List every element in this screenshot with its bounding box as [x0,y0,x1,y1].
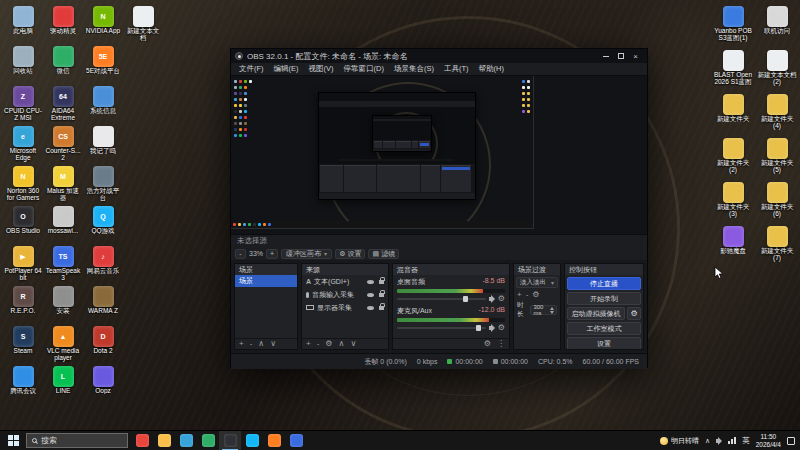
source-settings-button[interactable]: ⚙ 设置 [335,249,365,259]
duration-spinner[interactable]: 300 ms [530,305,557,315]
desktop-icon[interactable]: 新建文本文档 (2) [756,48,798,92]
desktop-icon[interactable]: 新建文件夹 (2) [712,136,754,180]
desktop-icon[interactable]: ▶PotPlayer 64 bit [4,244,42,284]
desktop-icon[interactable]: NNVIDIA App [84,4,122,44]
taskbar-search[interactable]: 搜索 [26,433,128,448]
remove-icon[interactable]: - [250,340,253,348]
virtual-cam-settings-button[interactable]: ⚙ [627,307,641,320]
menu-item[interactable]: 场景集合(S) [389,64,439,74]
canvas-select[interactable]: 缓冲区画布 ▾ [281,249,332,259]
desktop-icon[interactable]: 联机访问 [756,4,798,48]
desktop-icon[interactable]: 新建文件夹 [712,92,754,136]
up-icon[interactable]: ∧ [339,340,345,348]
up-icon[interactable]: ∧ [258,340,264,348]
volume-slider-handle[interactable] [476,325,481,331]
desktop-icon[interactable]: NNorton 360 for Gamers [4,164,42,204]
desktop-icon[interactable]: 我记了吗 [84,124,122,164]
desktop-icon[interactable]: SSteam [4,324,42,364]
desktop-icon[interactable]: 浩方对战平台 [84,164,122,204]
remove-icon[interactable]: - [526,291,529,299]
add-icon[interactable]: + [239,340,244,348]
lock-icon[interactable] [379,293,384,297]
volume-slider[interactable] [397,298,486,300]
add-icon[interactable]: + [306,340,311,348]
desktop-icon[interactable]: QQQ游戏 [84,204,122,244]
source-item[interactable]: 音频输入采集 [302,288,388,301]
close-button[interactable]: × [628,50,643,62]
desktop-icon[interactable]: 5E5E对战平台 [84,44,122,84]
desktop-icon[interactable]: 新建文件夹 (3) [712,180,754,224]
speaker-icon[interactable] [489,297,492,301]
desktop-icon[interactable]: Oopz [84,364,122,404]
preview-canvas[interactable] [231,76,533,228]
visibility-icon[interactable] [367,306,374,310]
desktop-icon[interactable]: 系统信息 [84,84,122,124]
taskbar-app[interactable] [241,431,263,450]
desktop-icon[interactable]: Yuanbo POB S3蓝图(1) [712,4,754,48]
desktop-icon[interactable]: 新建文件夹 (5) [756,136,798,180]
desktop-icon[interactable]: TSTeamSpeak 3 [44,244,82,284]
desktop-icon[interactable]: ZCPUID CPU-Z MSI [4,84,42,124]
desktop-icon[interactable]: 回收站 [4,44,42,84]
desktop-icon[interactable]: eMicrosoft Edge [4,124,42,164]
gear-icon[interactable]: ⚙ [325,340,332,348]
visibility-icon[interactable] [367,280,374,284]
obs-titlebar[interactable]: OBS 32.0.1 - 配置文件: 未命名 - 场景: 未命名 × [231,49,647,63]
notification-center-icon[interactable] [787,437,795,445]
down-icon[interactable]: ∨ [350,340,356,348]
zoom-out-button[interactable]: - [235,249,246,259]
gear-icon[interactable]: ⚙ [498,295,505,303]
source-item[interactable]: 显示器采集 [302,301,388,314]
source-item[interactable]: A文本(GDI+) [302,275,388,288]
tray-expand-icon[interactable]: ∧ [705,437,710,445]
dots-icon[interactable]: ⋮ [497,340,505,348]
down-icon[interactable]: ∨ [270,340,276,348]
desktop-icon[interactable]: WARMA Z [84,284,122,324]
desktop-icon[interactable]: CSCounter-S... 2 [44,124,82,164]
desktop-icon[interactable]: 此电脑 [4,4,42,44]
desktop-icon[interactable]: ♪网易云音乐 [84,244,122,284]
network-icon[interactable] [728,437,736,444]
lock-icon[interactable] [379,306,384,310]
desktop-icon[interactable]: 微信 [44,44,82,84]
taskbar-app[interactable] [285,431,307,450]
control-button[interactable]: 停止直播 [567,277,641,290]
weather-widget[interactable]: 明日转晴 [660,436,699,446]
menu-item[interactable]: 文件(F) [234,64,269,74]
gear-icon[interactable]: ⚙ [532,291,539,299]
desktop-icon[interactable]: mossawi... [44,204,82,244]
volume-slider-handle[interactable] [463,296,468,302]
desktop-icon[interactable]: 腾讯会议 [4,364,42,404]
speaker-icon[interactable] [489,326,492,330]
taskbar-app[interactable] [219,431,241,450]
menu-item[interactable]: 工具(T) [439,64,474,74]
scene-item[interactable]: 场景 [235,275,297,287]
control-button[interactable]: 工作室模式 [567,322,641,335]
taskbar-app[interactable] [197,431,219,450]
ime-indicator[interactable]: 英 [742,436,750,446]
zoom-in-button[interactable]: + [266,249,278,259]
desktop-icon[interactable]: 驱动精灵 [44,4,82,44]
add-icon[interactable]: + [517,291,522,299]
desktop-icon[interactable]: ▲VLC media player [44,324,82,364]
taskbar-app[interactable] [263,431,285,450]
taskbar-app[interactable] [153,431,175,450]
desktop-icon[interactable]: DDota 2 [84,324,122,364]
taskbar-app[interactable] [175,431,197,450]
visibility-icon[interactable] [367,293,374,297]
control-button[interactable]: 设置 [567,337,641,349]
menu-item[interactable]: 视图(V) [304,64,339,74]
menu-item[interactable]: 帮助(H) [474,64,509,74]
taskbar-clock[interactable]: 11:50 2026/4/4 [756,433,781,448]
remove-icon[interactable]: - [317,340,320,348]
spinner-arrows-icon[interactable] [550,307,554,314]
maximize-button[interactable] [613,50,628,62]
desktop-icon[interactable]: BLAST Open 2026 S1蓝图 [712,48,754,92]
transition-select[interactable]: 淡入淡出 ▾ [516,277,558,288]
desktop-icon[interactable]: MMalus 加速器 [44,164,82,204]
minimize-button[interactable] [598,50,613,62]
desktop-icon[interactable]: 64AIDA64 Extreme [44,84,82,124]
start-button[interactable] [0,431,26,450]
desktop-icon[interactable]: OOBS Studio [4,204,42,244]
desktop-icon[interactable]: LLINE [44,364,82,404]
